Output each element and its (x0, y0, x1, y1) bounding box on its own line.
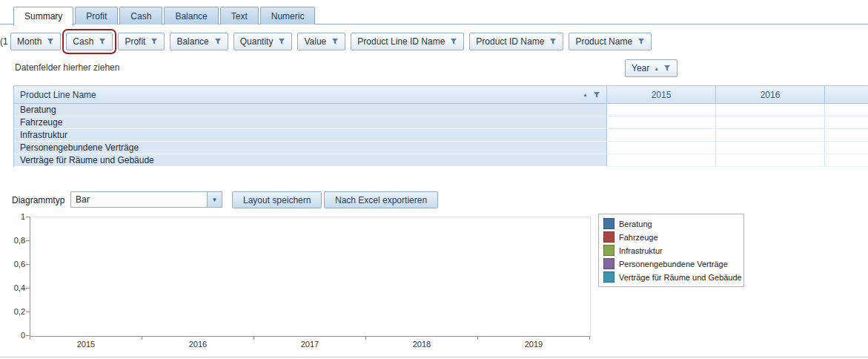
tab-profit[interactable]: Profit (75, 7, 118, 24)
legend-item: Infrastruktur (603, 245, 739, 256)
pivot-cell[interactable] (825, 142, 868, 154)
legend-item: Beratung (603, 218, 739, 229)
column-header-2016[interactable]: 2016 (716, 85, 825, 104)
sort-ascending-icon: ▲ (654, 66, 659, 71)
field-button-value[interactable]: Value (297, 33, 345, 50)
pivot-cell[interactable] (607, 104, 716, 116)
filter-icon (331, 38, 339, 45)
legend-label: Infrastruktur (619, 246, 663, 255)
x-axis-tick (589, 336, 590, 340)
field-button-product-line-id-name[interactable]: Product Line ID Name (351, 33, 464, 50)
pivot-cell[interactable] (825, 116, 868, 129)
y-axis-label: 0,6 (0, 260, 25, 269)
legend-label: Verträge für Räume und Gebäude (619, 273, 742, 282)
y-axis-tick (26, 240, 30, 241)
y-axis-tick (26, 264, 30, 265)
legend-swatch (603, 258, 614, 269)
legend-label: Personengebundene Verträge (619, 260, 728, 269)
tab-cash[interactable]: Cash (119, 7, 162, 24)
y-axis-label: 0,4 (0, 283, 25, 292)
y-axis-label: 0 (0, 331, 25, 340)
field-label: Quantity (240, 36, 274, 47)
x-axis-label: 2015 (60, 340, 112, 349)
field-label: Value (304, 36, 326, 47)
field-button-month[interactable]: Month (10, 33, 61, 50)
x-axis-label: 2016 (172, 340, 224, 349)
chart-type-label: Diagrammtyp (12, 195, 64, 205)
x-axis-tick (477, 336, 478, 340)
field-button-cash[interactable]: Cash (66, 33, 113, 50)
pivot-table: Product Line Name ▲ 2015 2016 Beratung F… (13, 85, 868, 167)
sort-ascending-icon: ▲ (583, 92, 588, 97)
pivot-cell[interactable] (607, 116, 716, 129)
row-field-label: Product Line Name (20, 90, 96, 100)
legend-label: Fahrzeuge (619, 233, 658, 242)
x-axis-tick (365, 336, 366, 340)
filter-icon (593, 91, 600, 99)
y-axis-label: 1 (0, 212, 25, 221)
pivot-cell[interactable] (607, 142, 716, 154)
pivot-cell[interactable] (716, 142, 825, 154)
tab-text[interactable]: Text (220, 7, 259, 24)
filter-icon (663, 65, 671, 72)
chart-legend: Beratung Fahrzeuge Infrastruktur Persone… (598, 214, 744, 287)
column-header-2015[interactable]: 2015 (607, 85, 716, 104)
legend-swatch (603, 231, 614, 243)
filter-icon (549, 38, 557, 45)
pivot-cell[interactable] (607, 129, 716, 142)
y-axis-tick (26, 217, 30, 217)
pivot-cell[interactable] (716, 129, 825, 142)
pivot-cell[interactable] (716, 104, 825, 116)
filter-icon (47, 38, 54, 45)
filter-field-area: Month Cash Profit Balance Quantity Value… (10, 33, 652, 50)
field-label: Product Name (575, 36, 632, 47)
row-area-field-product-line-name[interactable]: Product Line Name ▲ (14, 85, 607, 104)
field-button-quantity[interactable]: Quantity (233, 33, 293, 50)
row-label-personengebundene-vertraege[interactable]: Personengebundene Verträge (14, 142, 607, 154)
field-label: Month (17, 36, 42, 47)
tab-balance[interactable]: Balance (164, 7, 218, 24)
field-button-product-name[interactable]: Product Name (569, 33, 652, 50)
tab-numeric[interactable]: Numeric (260, 7, 316, 24)
column-header-partial (825, 85, 868, 104)
chart-type-select[interactable]: Bar ▼ (70, 191, 222, 208)
window-bottom-border (0, 357, 868, 358)
chart-plot-area (30, 217, 591, 337)
row-label-infrastruktur[interactable]: Infrastruktur (14, 129, 607, 142)
field-label: Cash (73, 36, 93, 47)
tab-summary[interactable]: Summary (13, 7, 73, 26)
data-area-hint: Datenfelder hierher ziehen (15, 62, 119, 73)
export-excel-button[interactable]: Nach Excel exportieren (324, 191, 438, 208)
x-axis-label: 2017 (284, 340, 336, 349)
y-axis-tick (26, 288, 30, 289)
row-label-beratung[interactable]: Beratung (14, 104, 607, 116)
y-axis-label: 0,2 (0, 307, 25, 316)
filter-icon (99, 38, 106, 45)
filter-icon (150, 38, 158, 45)
pivot-cell[interactable] (825, 104, 868, 116)
column-field-year[interactable]: Year ▲ (625, 59, 677, 77)
y-axis-label: 0,8 (0, 236, 25, 245)
legend-swatch (603, 271, 614, 283)
legend-item: Fahrzeuge (603, 231, 739, 243)
field-button-profit[interactable]: Profit (118, 33, 165, 50)
dropdown-button[interactable]: ▼ (207, 192, 222, 207)
field-label: Product Line ID Name (357, 36, 445, 47)
x-axis-tick (254, 336, 254, 340)
pivot-cell[interactable] (825, 154, 868, 167)
field-button-product-id-name[interactable]: Product ID Name (469, 33, 563, 50)
row-label-vertraege-raeume-gebaeude[interactable]: Verträge für Räume und Gebäude (14, 154, 607, 167)
pivot-cell[interactable] (607, 154, 716, 167)
row-field-icons: ▲ (583, 91, 600, 99)
y-axis-tick (26, 312, 30, 312)
x-axis-tick (142, 336, 142, 340)
filter-icon (637, 38, 645, 45)
pivot-cell[interactable] (716, 154, 825, 167)
field-button-balance[interactable]: Balance (170, 33, 228, 50)
save-layout-button[interactable]: Layout speichern (232, 191, 322, 208)
chevron-down-icon: ▼ (212, 197, 218, 203)
pivot-cell[interactable] (825, 129, 868, 142)
x-axis-tick (30, 336, 30, 340)
row-label-fahrzeuge[interactable]: Fahrzeuge (14, 116, 607, 129)
pivot-cell[interactable] (716, 116, 825, 129)
